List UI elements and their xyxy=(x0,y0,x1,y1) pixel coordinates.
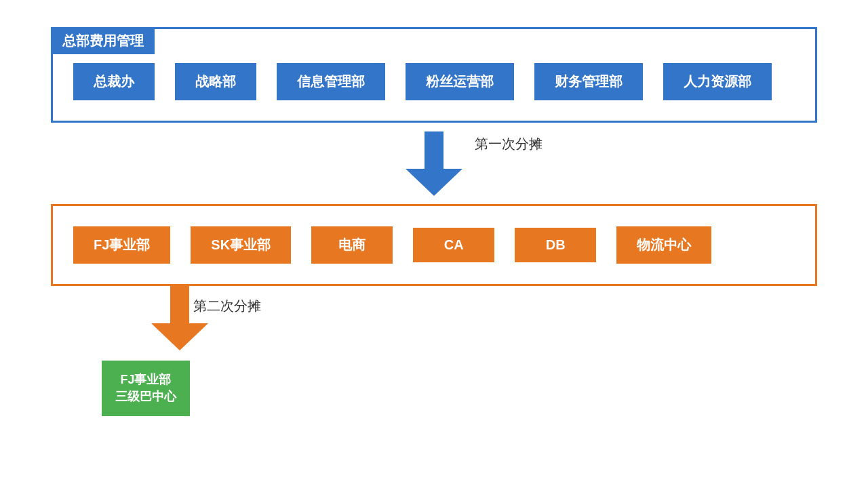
mid-box: FJ事业部 SK事业部 电商 CA DB 物流中心 xyxy=(51,204,817,286)
orange-arrow-shaft xyxy=(170,286,189,323)
blue-tag-caiwu: 财务管理部 xyxy=(534,63,643,100)
first-split-label: 第一次分摊 xyxy=(475,135,542,153)
blue-tag-renli: 人力资源部 xyxy=(663,63,772,100)
second-split-label: 第二次分摊 xyxy=(193,297,261,315)
blue-arrow-head xyxy=(406,169,462,196)
bottom-box-section: FJ事业部三级巴中心 xyxy=(51,361,817,416)
mid-box-items: FJ事业部 SK事业部 电商 CA DB 物流中心 xyxy=(53,206,815,284)
blue-tag-zhanluebu: 战略部 xyxy=(175,63,256,100)
first-arrow-section: 第一次分摊 xyxy=(51,123,817,204)
orange-tag-wuliu: 物流中心 xyxy=(616,226,711,264)
orange-tag-fj: FJ事业部 xyxy=(73,226,170,264)
diagram-container: 总部费用管理 总裁办 战略部 信息管理部 粉丝运营部 财务管理部 人力资源部 第… xyxy=(51,27,817,416)
blue-tag-fens: 粉丝运营部 xyxy=(406,63,514,100)
blue-tag-xinxi: 信息管理部 xyxy=(277,63,385,100)
blue-arrow-shaft xyxy=(425,131,443,169)
orange-tag-sk: SK事业部 xyxy=(191,226,291,264)
orange-tag-dianshang: 电商 xyxy=(311,226,393,264)
orange-arrow-head xyxy=(151,323,208,350)
top-box-items: 总裁办 战略部 信息管理部 粉丝运营部 财务管理部 人力资源部 xyxy=(53,29,815,121)
green-tag-fj-center: FJ事业部三级巴中心 xyxy=(102,361,190,416)
orange-tag-db: DB xyxy=(515,228,596,262)
top-box-title: 总部费用管理 xyxy=(52,28,155,54)
orange-tag-ca: CA xyxy=(413,228,494,262)
second-arrow-section: 第二次分摊 xyxy=(51,286,817,361)
top-box: 总部费用管理 总裁办 战略部 信息管理部 粉丝运营部 财务管理部 人力资源部 xyxy=(51,27,817,123)
blue-tag-zongcaiban: 总裁办 xyxy=(73,63,155,100)
